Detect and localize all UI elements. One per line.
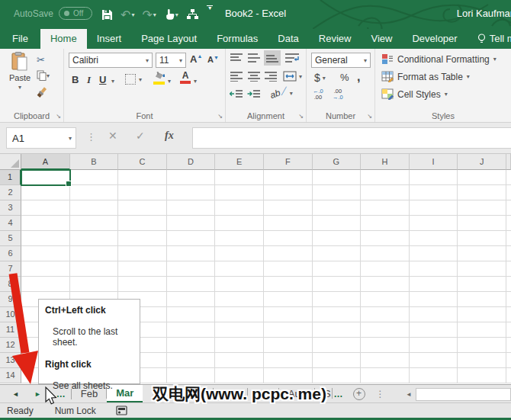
column-header-E[interactable]: E xyxy=(215,154,264,170)
row-header-11[interactable]: 11 xyxy=(0,322,21,338)
cell-B1[interactable] xyxy=(70,170,119,185)
copy-dropdown-icon[interactable]: ▾ xyxy=(47,72,50,79)
cell-I5[interactable] xyxy=(410,231,458,246)
cell-B6[interactable] xyxy=(70,246,119,261)
row-header-6[interactable]: 6 xyxy=(0,246,21,261)
orientation-button[interactable]: ab⟋ ▾ xyxy=(270,88,293,98)
tab-tell-me[interactable]: Tell m xyxy=(468,29,511,49)
cell-F6[interactable] xyxy=(264,246,313,261)
cell-F7[interactable] xyxy=(264,261,313,277)
cell-F1[interactable] xyxy=(264,170,313,185)
cell-E10[interactable] xyxy=(215,307,264,322)
cell-B2[interactable] xyxy=(70,185,119,200)
cell-D11[interactable] xyxy=(167,322,216,338)
increase-decimal-button[interactable]: ←.0 .00 xyxy=(313,88,323,101)
tab-bar-splitter-icon[interactable]: ⋮ xyxy=(376,389,385,399)
cell-F5[interactable] xyxy=(264,231,313,246)
row-header-1[interactable]: 1 xyxy=(0,170,21,185)
cell-J11[interactable] xyxy=(458,322,506,338)
cell-E13[interactable] xyxy=(215,353,264,368)
cell-I11[interactable] xyxy=(410,322,458,338)
tab-file[interactable]: File xyxy=(0,29,40,49)
cell-F8[interactable] xyxy=(264,277,313,292)
cell-E3[interactable] xyxy=(215,200,264,216)
column-header-F[interactable]: F xyxy=(264,154,313,170)
increase-indent-button[interactable] xyxy=(247,89,261,100)
italic-button[interactable]: I xyxy=(87,74,91,86)
cell-D8[interactable] xyxy=(167,277,216,292)
decrease-decimal-button[interactable]: .00 →.0 xyxy=(333,88,343,101)
tab-page-layout[interactable]: Page Layout xyxy=(131,29,207,49)
decrease-font-button[interactable]: A▼ xyxy=(207,55,219,64)
cell-J10[interactable] xyxy=(458,307,506,322)
cell-A6[interactable] xyxy=(21,246,70,261)
merge-dropdown-icon[interactable]: ▾ xyxy=(299,73,302,80)
tab-review[interactable]: Review xyxy=(309,29,362,49)
cell-E8[interactable] xyxy=(215,277,264,292)
row-header-3[interactable]: 3 xyxy=(0,200,21,216)
cell-D2[interactable] xyxy=(167,185,216,200)
wrap-text-button[interactable] xyxy=(284,53,300,63)
cell-I9[interactable] xyxy=(410,292,458,307)
tab-developer[interactable]: Developer xyxy=(402,29,467,49)
row-header-14[interactable]: 14 xyxy=(0,368,21,383)
font-name-combobox[interactable]: Calibri ▾ xyxy=(69,53,153,68)
cell-C3[interactable] xyxy=(118,200,167,216)
tab-view[interactable]: View xyxy=(361,29,402,49)
cell-G12[interactable] xyxy=(313,338,362,353)
decrease-indent-button[interactable] xyxy=(230,89,243,100)
top-align-button[interactable] xyxy=(230,53,243,63)
cell-G2[interactable] xyxy=(313,185,362,200)
cell-H1[interactable] xyxy=(361,170,410,185)
cell-I12[interactable] xyxy=(410,338,458,353)
row-header-8[interactable]: 8 xyxy=(0,277,21,292)
row-header-4[interactable]: 4 xyxy=(0,216,21,231)
enter-button[interactable]: ✓ xyxy=(136,130,145,142)
cell-F2[interactable] xyxy=(264,185,313,200)
cell-E11[interactable] xyxy=(215,322,264,338)
cell-H14[interactable] xyxy=(361,368,410,383)
format-painter-button[interactable] xyxy=(37,87,48,98)
cell-E6[interactable] xyxy=(215,246,264,261)
cell-J5[interactable] xyxy=(458,231,506,246)
cell-G8[interactable] xyxy=(313,277,362,292)
horizontal-scrollbar-track[interactable] xyxy=(416,388,511,401)
cell-styles-dropdown-icon[interactable]: ▾ xyxy=(445,91,448,98)
font-dialog-launcher-icon[interactable]: ↘ xyxy=(217,114,223,120)
cell-J13[interactable] xyxy=(458,353,506,368)
cell-G1[interactable] xyxy=(313,170,362,185)
scroll-last-sheet-button[interactable]: ► xyxy=(30,390,46,398)
middle-align-button[interactable] xyxy=(247,53,261,63)
align-right-button[interactable] xyxy=(264,71,278,82)
cell-J8[interactable] xyxy=(458,277,506,292)
cell-G5[interactable] xyxy=(313,231,362,246)
cell-I1[interactable] xyxy=(410,170,458,185)
cell-I10[interactable] xyxy=(410,307,458,322)
formula-bar-dots-icon[interactable]: ⋮ xyxy=(86,131,95,143)
scroll-left-icon[interactable]: ◄ xyxy=(402,391,416,398)
cell-E2[interactable] xyxy=(215,185,264,200)
bottom-align-button[interactable] xyxy=(264,50,281,66)
cell-E9[interactable] xyxy=(215,292,264,307)
tab-data[interactable]: Data xyxy=(268,29,308,49)
column-header-I[interactable]: I xyxy=(410,154,458,170)
formula-input[interactable] xyxy=(192,127,511,149)
font-color-button[interactable]: A xyxy=(180,72,191,84)
column-header-J[interactable]: J xyxy=(458,154,506,170)
cell-J1[interactable] xyxy=(458,170,506,185)
cell-H5[interactable] xyxy=(361,231,410,246)
cell-H8[interactable] xyxy=(361,277,410,292)
cell-J7[interactable] xyxy=(458,261,506,277)
cell-H3[interactable] xyxy=(361,200,410,216)
cell-C8[interactable] xyxy=(118,277,167,292)
font-size-combobox[interactable]: 11 ▾ xyxy=(156,53,186,68)
cell-B7[interactable] xyxy=(70,261,119,277)
cell-C5[interactable] xyxy=(118,231,167,246)
column-header-H[interactable]: H xyxy=(361,154,410,170)
cell-H10[interactable] xyxy=(361,307,410,322)
cell-J14[interactable] xyxy=(458,368,506,383)
cell-J3[interactable] xyxy=(458,200,506,216)
column-header-B[interactable]: B xyxy=(70,154,119,170)
cell-D12[interactable] xyxy=(167,338,216,353)
alignment-dialog-launcher-icon[interactable]: ↘ xyxy=(298,114,304,120)
